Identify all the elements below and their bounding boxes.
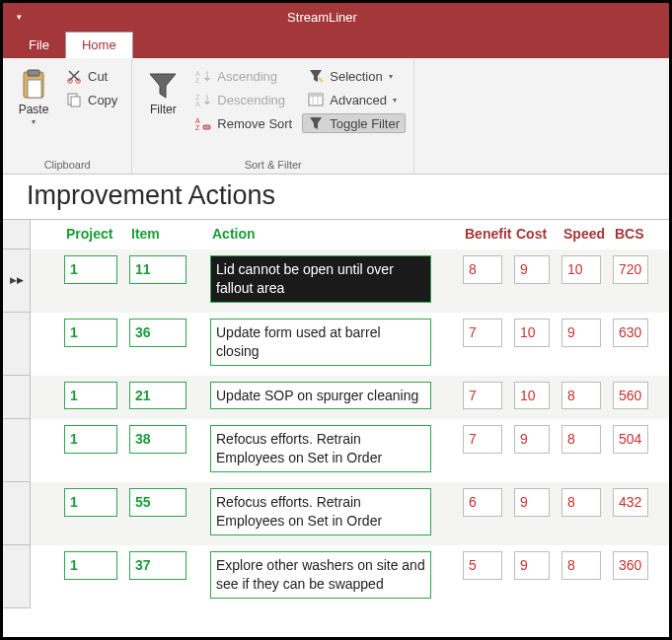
svg-text:Z: Z (195, 94, 200, 101)
table-row[interactable]: ▶111Lid cannot be open until over fallou… (3, 249, 669, 313)
chevron-down-icon: ▾ (393, 96, 397, 105)
cell-project[interactable]: 1 (64, 255, 117, 284)
cell-speed[interactable]: 9 (561, 319, 601, 347)
cell-benefit[interactable]: 7 (463, 382, 502, 410)
tab-file[interactable]: File (13, 33, 65, 58)
table-row[interactable]: 155Refocus efforts. Retrain Employees on… (3, 482, 669, 545)
advanced-button[interactable]: Advanced ▾ (302, 90, 406, 109)
cell-speed[interactable]: 8 (561, 425, 601, 454)
col-speed[interactable]: Speed (556, 220, 607, 249)
cell-action[interactable]: Update form used at barrel closing (210, 319, 431, 366)
cell-benefit[interactable]: 7 (463, 425, 502, 454)
filter-icon (146, 68, 180, 102)
row-selector[interactable] (3, 313, 31, 376)
cell-bcs[interactable]: 432 (613, 488, 648, 517)
col-item[interactable]: Item (123, 220, 192, 249)
remove-sort-icon: AZ (195, 115, 211, 131)
cell-item[interactable]: 36 (129, 319, 187, 347)
svg-marker-20 (310, 117, 322, 129)
row-selector[interactable] (3, 419, 31, 482)
row-selector-header (3, 220, 31, 249)
cut-button[interactable]: Cut (60, 66, 123, 86)
advanced-label: Advanced (330, 93, 387, 107)
cell-cost[interactable]: 10 (514, 319, 550, 347)
cell-item[interactable]: 11 (129, 255, 187, 284)
row-selector[interactable] (3, 545, 31, 608)
cell-action[interactable]: Refocus efforts. Retrain Employees on Se… (210, 425, 431, 472)
col-cost[interactable]: Cost (508, 220, 556, 249)
col-benefit[interactable]: Benefit (457, 220, 508, 249)
cell-bcs[interactable]: 560 (613, 382, 648, 410)
cell-item[interactable]: 21 (129, 382, 187, 410)
cell-cost[interactable]: 9 (514, 551, 550, 580)
ascending-label: Ascending (217, 69, 277, 84)
cell-action[interactable]: Explore other washers on site and see if… (210, 551, 431, 599)
descending-label: Descending (217, 93, 285, 107)
chevron-down-icon: ▾ (389, 72, 393, 81)
title-bar: ▾ StreamLiner (3, 3, 669, 31)
cell-bcs[interactable]: 360 (613, 551, 648, 580)
cut-label: Cut (88, 69, 108, 84)
group-clipboard-label: Clipboard (9, 157, 125, 174)
cell-project[interactable]: 1 (64, 425, 117, 454)
cell-bcs[interactable]: 630 (613, 319, 648, 347)
cell-benefit[interactable]: 6 (463, 488, 502, 517)
col-bcs[interactable]: BCS (607, 220, 654, 249)
toggle-filter-button[interactable]: Toggle Filter (302, 113, 406, 133)
row-selector[interactable] (3, 376, 31, 420)
cell-cost[interactable]: 10 (514, 382, 550, 410)
selection-icon (308, 68, 324, 84)
app-title: StreamLiner (23, 10, 661, 25)
tab-home[interactable]: Home (65, 32, 133, 58)
remove-sort-label: Remove Sort (217, 116, 292, 131)
col-action[interactable]: Action (204, 220, 437, 249)
copy-button[interactable]: Copy (60, 90, 123, 109)
cell-item[interactable]: 38 (129, 425, 187, 454)
paste-button[interactable]: Paste ▾ (9, 62, 58, 157)
cell-project[interactable]: 1 (64, 382, 117, 410)
row-selector[interactable]: ▶ (3, 249, 31, 313)
filter-button[interactable]: Filter (138, 62, 187, 157)
col-project[interactable]: Project (58, 220, 123, 249)
descending-button: ZA Descending (189, 90, 298, 109)
cell-action[interactable]: Refocus efforts. Retrain Employees on Se… (210, 488, 431, 535)
table-row[interactable]: 121Update SOP on spurger cleaning7108560 (3, 376, 669, 420)
cell-action[interactable]: Lid cannot be open until over fallout ar… (210, 255, 431, 303)
cell-speed[interactable]: 8 (561, 551, 601, 580)
paste-label: Paste (19, 104, 49, 116)
table-row[interactable]: 138Refocus efforts. Retrain Employees on… (3, 419, 669, 482)
cell-bcs[interactable]: 720 (613, 255, 648, 284)
selection-button[interactable]: Selection ▾ (302, 66, 406, 86)
cell-item[interactable]: 37 (129, 551, 187, 580)
svg-text:A: A (195, 117, 200, 124)
cell-project[interactable]: 1 (64, 488, 117, 517)
cell-bcs[interactable]: 504 (613, 425, 648, 454)
ribbon: Paste ▾ Cut Copy Clipboard (3, 58, 669, 175)
cell-action[interactable]: Update SOP on spurger cleaning (210, 382, 431, 410)
table-row[interactable]: 136Update form used at barrel closing710… (3, 313, 669, 376)
remove-sort-button[interactable]: AZ Remove Sort (189, 113, 298, 133)
sort-asc-icon: AZ (195, 68, 211, 84)
toggle-filter-label: Toggle Filter (330, 116, 400, 131)
page-title: Improvement Actions (3, 175, 669, 219)
sort-desc-icon: ZA (195, 92, 211, 107)
cell-speed[interactable]: 8 (561, 382, 601, 410)
cell-cost[interactable]: 9 (514, 255, 550, 284)
cell-speed[interactable]: 10 (561, 255, 601, 284)
table-row[interactable]: 137Explore other washers on site and see… (3, 545, 669, 608)
svg-marker-7 (150, 74, 176, 98)
cell-cost[interactable]: 9 (514, 488, 550, 517)
paste-icon (17, 68, 50, 102)
cell-speed[interactable]: 8 (561, 488, 601, 517)
qat-customize-icon[interactable]: ▾ (15, 13, 23, 21)
cell-project[interactable]: 1 (64, 551, 117, 580)
cell-benefit[interactable]: 8 (463, 255, 502, 284)
row-selector[interactable] (3, 482, 31, 545)
cell-benefit[interactable]: 5 (463, 551, 502, 580)
cell-item[interactable]: 55 (129, 488, 187, 517)
svg-rect-2 (28, 80, 41, 98)
cell-cost[interactable]: 9 (514, 425, 550, 454)
cell-project[interactable]: 1 (64, 319, 117, 347)
svg-text:Z: Z (195, 77, 200, 84)
cell-benefit[interactable]: 7 (463, 319, 502, 347)
